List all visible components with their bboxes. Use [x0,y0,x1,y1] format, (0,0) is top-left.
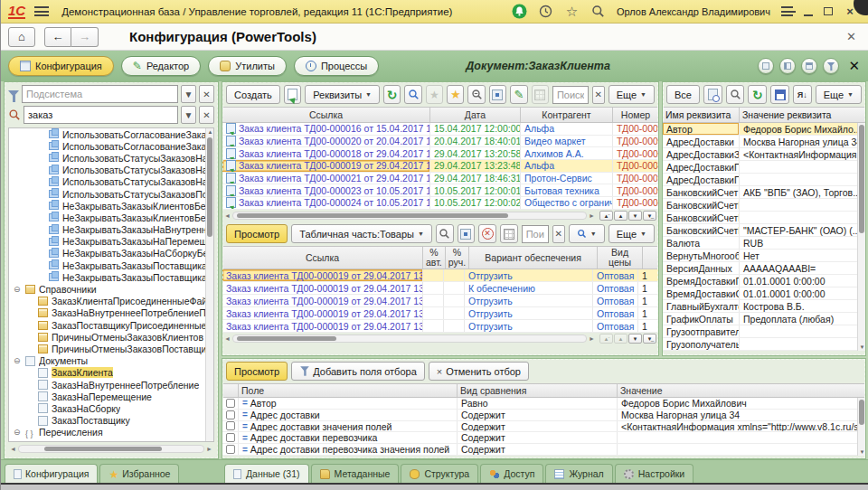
go-first-button[interactable]: ▲̄ [599,211,613,221]
order-contragent[interactable]: Видео маркет [521,136,613,147]
item-link[interactable]: Заказ клиента ТД00-000019 от 29.04.2017 … [226,321,423,332]
tab-access[interactable]: Доступ [480,464,543,483]
tab-editor[interactable]: ✎ Редактор [121,56,201,76]
create-button[interactable]: Создать [226,85,280,104]
filter-checkbox[interactable] [226,399,235,408]
copy-icon[interactable] [284,85,301,104]
tree-item[interactable]: ⊖ ЗаказНаПеремещение [9,391,205,402]
attribute-row[interactable]: Автор Федоров Борис Михайло... [663,123,857,136]
tab-utilities[interactable]: Утилиты [208,56,287,76]
subsystem-dropdown-button[interactable]: ▼ [181,85,196,103]
tab-settings[interactable]: Настройки [615,464,694,483]
tree-horizontal-scrollbar[interactable]: ◄ ► [8,444,214,454]
item-link[interactable]: Заказ клиента ТД00-000019 от 29.04.2017 … [226,270,423,281]
item-price-kind[interactable]: Оптовая [593,320,638,332]
items-search-input[interactable] [522,225,549,243]
filter-checkbox[interactable] [226,433,235,442]
items-value-box-icon[interactable] [458,224,476,243]
attribute-row[interactable]: БанковскийСчетГ... [663,212,857,224]
tree-item[interactable]: ⊖ НеЗакрыватьЗаказыНаСборкуБезПо. [9,248,205,259]
order-row[interactable]: Заказ клиента ТД00-000018 от 29.04.2017 … [222,147,658,160]
item-link[interactable]: Заказ клиента ТД00-000019 от 29.04.2017 … [226,283,423,294]
items-view-button[interactable]: Просмотр [226,224,288,243]
subsystem-clear-button[interactable]: ✕ [199,85,214,103]
tree-item[interactable]: ⊖ ЗаказНаСборку [9,402,205,414]
attribute-row[interactable]: АдресДоставкиПе... [663,161,857,174]
items-grid-icon[interactable] [500,224,518,243]
tree-item[interactable]: ⊖ НеЗакрыватьЗаказыКлиентовБезПол [9,200,205,212]
tree-item[interactable]: ⊖ ЗаказПоставщикуПрисоединенныеФ [9,319,205,331]
find-favorite-icon[interactable]: ★ [426,85,443,104]
minimize-button[interactable] [804,14,813,16]
tree-item[interactable]: ⊖ ИспользоватьСтатусыЗаказовНаПер [9,165,205,176]
item-row[interactable]: Заказ клиента ТД00-000019 от 29.04.2017 … [222,320,658,333]
tab-favorites[interactable]: ★ Избранное [99,464,179,483]
item-price-kind[interactable]: Оптовая [593,307,638,319]
go-down-button[interactable]: ▼ [628,211,642,221]
item-price-kind[interactable]: Оптовая [593,295,638,306]
orders-more-button[interactable]: Еще▼ [609,85,655,104]
tree-search-clear-button[interactable]: ✕ [199,106,214,124]
item-row[interactable]: Заказ клиента ТД00-000019 от 29.04.2017 … [222,269,658,282]
tree-item[interactable]: ⊖ НеЗакрыватьЗаказыПоставщикамБе [9,259,205,271]
order-row[interactable]: Заказ клиента ТД00-000020 от 20.04.2017 … [222,136,658,148]
table-view-icon[interactable] [532,85,549,104]
items-more-button[interactable]: Еще▼ [609,224,655,243]
attribute-row[interactable]: БанковскийСчетГ... [663,199,857,212]
cancel-filter-button[interactable]: ×Отменить отбор [429,362,529,381]
order-row[interactable]: Заказ клиента ТД00-000021 от 29.04.2017 … [222,173,658,185]
attributes-all-button[interactable]: Все [666,85,700,104]
find-icon[interactable] [404,85,421,104]
go-down-button[interactable]: ▼ [628,334,642,344]
tree-item[interactable]: ⊖ Перечисления [9,427,205,438]
attribute-row[interactable]: ГрафикОплаты Предоплата (любая) [663,313,857,325]
items-horizontal-scrollbar[interactable]: ◄ ► ▲̄▲▼▼̲ [222,333,658,344]
tree-item[interactable]: ⊖ ПричиныОтменыЗаказовПоставщика [9,343,205,354]
tree-item[interactable]: ⊖ ЗаказКлиента [9,367,205,379]
back-button[interactable]: ← [44,27,71,47]
notifications-bell-icon[interactable] [512,4,527,19]
layout-columns-icon[interactable] [779,58,796,74]
tab-configuration-bottom[interactable]: Конфигурация [5,464,98,483]
current-user[interactable]: Орлов Александр Владимирович [617,6,770,17]
favorites-star-icon[interactable]: ☆ [564,4,580,19]
order-link[interactable]: Заказ клиента ТД00-000016 от 15.04.2017 … [239,123,430,134]
tree-item[interactable]: ⊖ ИспользоватьСогласованиеЗаказовП [9,140,205,152]
order-row[interactable]: Заказ клиента ТД00-000024 от 10.05.2017 … [222,197,658,210]
history-icon[interactable] [538,4,553,19]
tree-item[interactable]: ⊖ ИспользоватьСтатусыЗаказовПостав [9,188,205,200]
order-contragent[interactable]: Общество с огранич [521,197,613,209]
main-menu-icon[interactable] [34,6,49,16]
filter-row[interactable]: =Автор Равно Федоров Борис Михайлович [222,398,857,410]
doc-find-icon[interactable] [703,85,722,104]
item-row[interactable]: Заказ клиента ТД00-000019 от 29.04.2017 … [222,282,658,295]
item-row[interactable]: Заказ клиента ТД00-000019 от 29.04.2017 … [222,295,658,307]
tree-item[interactable]: ⊖ ИспользоватьСтатусыЗаказовНаСбор [9,176,205,188]
tree-item[interactable]: ⊖ НеЗакрыватьЗаказыНаВнутреннееПс [9,224,205,236]
filter-row[interactable]: =Адрес доставки значения полей Содержит … [222,421,857,433]
item-price-kind[interactable]: Оптовая [593,269,638,281]
item-variant[interactable]: Отгрузить [465,320,593,332]
restore-button[interactable] [824,7,833,15]
go-last-button[interactable]: ▼̲ [643,334,656,344]
filter-view-button[interactable]: Просмотр [226,362,288,381]
item-price-kind[interactable]: Оптовая [593,282,638,294]
order-contragent[interactable]: Протон-Сервис [521,173,613,184]
go-first-button[interactable]: ▲̄ [599,334,613,344]
order-link[interactable]: Заказ клиента ТД00-000024 от 10.05.2017 … [239,197,430,208]
home-button[interactable]: ⌂ [8,27,35,47]
tree-item[interactable]: ⊖ ЗаказКлиентаПрисоединенныеФайлы [9,296,205,307]
attributes-vertical-scrollbar[interactable]: ▼ [857,123,865,351]
tree-vertical-scrollbar[interactable]: ▲ [205,128,213,441]
attribute-row[interactable]: ВремяДоставкиПо 01.01.0001 0:00:00 [663,275,857,287]
layout-rows-icon[interactable] [801,58,817,74]
attribute-row[interactable]: АдресДоставкиПе... [663,174,857,186]
zoom-magnifier-icon[interactable] [467,85,485,104]
orders-row-nav-buttons[interactable]: ▲̄▲▼▼̲ [599,211,656,221]
attribute-row[interactable]: Валюта RUB [663,237,857,250]
tree-item[interactable]: ⊖ НеЗакрыватьЗаказыКлиентовБезПол [9,212,205,223]
items-delete-icon[interactable]: ✕ [478,224,496,243]
layout-single-icon[interactable] [758,58,774,74]
order-link[interactable]: Заказ клиента ТД00-000021 от 29.04.2017 … [239,173,430,184]
refresh-icon[interactable]: ↻ [383,85,401,104]
